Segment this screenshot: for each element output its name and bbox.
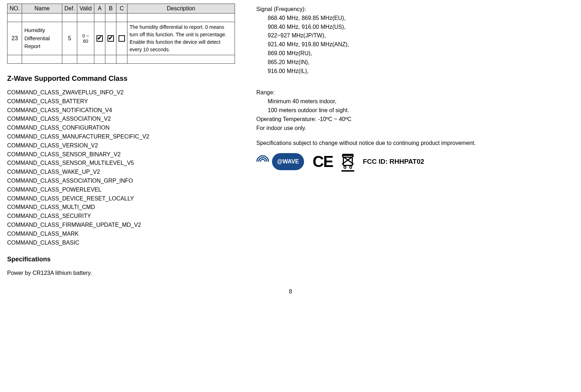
- page-number: 8: [7, 288, 574, 295]
- cell-def: 5: [62, 22, 77, 55]
- header-name: Name: [22, 4, 62, 14]
- signal-line: 865.20 MHz(IN),: [268, 58, 573, 67]
- signal-lines: 868.40 MHz, 869.85 MHz(EU),908.40 MHz, 9…: [256, 14, 573, 76]
- cell-name: Humidity Differential Report: [22, 22, 62, 55]
- command-class-item: COMMAND_CLASS_FIRMWARE_UPDATE_MD_V2: [7, 221, 235, 230]
- signal-line: 868.40 MHz, 869.85 MHz(EU),: [268, 14, 573, 23]
- signal-line: 921.40 MHz, 919.80 MHz(ANZ),: [268, 40, 573, 49]
- command-class-item: COMMAND_CLASS_ZWAVEPLUS_INFO_V2: [7, 88, 235, 97]
- checkbox-c-icon: [119, 35, 125, 42]
- signal-line: 916.00 MHz(IL),: [268, 67, 573, 76]
- header-def: Def.: [62, 4, 77, 14]
- signal-line: 922~927 MHz(JP/TW),: [268, 31, 573, 40]
- cell-valid: 0 ~ 60: [77, 22, 94, 55]
- fcc-id: FCC ID: RHHPAT02: [363, 158, 424, 166]
- specifications-heading: Specifications: [7, 256, 235, 263]
- cell-description: The humidity differential to report. 0 m…: [127, 22, 235, 55]
- command-class-item: COMMAND_CLASS_ASSOCIATION_V2: [7, 115, 235, 124]
- command-class-item: COMMAND_CLASS_DEVICE_RESET_LOCALLY: [7, 194, 235, 203]
- certification-row: @WAVE CE FCC ID: RHHPAT02: [256, 153, 573, 171]
- weee-icon: [341, 153, 354, 170]
- command-class-item: COMMAND_CLASS_BASIC: [7, 239, 235, 247]
- operating-temp: Operating Temperature: -10ºC ~ 40ºC: [256, 115, 573, 124]
- disclaimer: Specifications subject to change without…: [256, 139, 573, 148]
- command-class-item: COMMAND_CLASS_MARK: [7, 230, 235, 239]
- zwave-logo-icon: @WAVE: [256, 153, 304, 170]
- command-class-list: COMMAND_CLASS_ZWAVEPLUS_INFO_V2COMMAND_C…: [7, 88, 235, 247]
- command-class-item: COMMAND_CLASS_SENSOR_MULTILEVEL_V5: [7, 159, 235, 168]
- header-no: NO.: [7, 4, 22, 14]
- command-class-item: COMMAND_CLASS_SECURITY: [7, 212, 235, 221]
- command-class-item: COMMAND_CLASS_CONFIGURATION: [7, 124, 235, 132]
- header-b: B: [105, 4, 116, 14]
- zwave-heading: Z-Wave Supported Command Class: [7, 74, 235, 83]
- checkbox-a-icon: [96, 35, 103, 42]
- table-row-empty: [7, 14, 235, 22]
- checkbox-b-icon: [108, 35, 114, 42]
- power-spec: Power by CR123A lithium battery.: [7, 269, 235, 278]
- command-class-item: COMMAND_CLASS_WAKE_UP_V2: [7, 168, 235, 177]
- range-line: Minimum 40 meters indoor,: [268, 97, 573, 106]
- ce-mark-icon: CE: [313, 153, 333, 171]
- signal-line: 908.40 MHz, 916.00 MHz(US),: [268, 23, 573, 32]
- cell-b: [105, 22, 116, 55]
- signal-line: 869.00 MHz(RU),: [268, 49, 573, 58]
- header-valid: Valid: [77, 4, 94, 14]
- command-class-item: COMMAND_CLASS_MANUFACTURER_SPECIFIC_V2: [7, 132, 235, 141]
- command-class-item: COMMAND_CLASS_BATTERY: [7, 97, 235, 106]
- cell-no: 23: [7, 22, 22, 55]
- range-label: Range:: [256, 88, 573, 97]
- header-a: A: [94, 4, 105, 14]
- parameter-table: NO. Name Def. Valid A B C Description 23…: [7, 4, 235, 64]
- table-row-empty: [7, 55, 235, 64]
- cell-a: [94, 22, 105, 55]
- signal-label: Signal (Frequency):: [256, 5, 573, 14]
- header-description: Description: [127, 4, 235, 14]
- indoor-use: For indoor use only.: [256, 124, 573, 133]
- command-class-item: COMMAND_CLASS_MULTI_CMD: [7, 203, 235, 212]
- cell-c: [116, 22, 127, 55]
- command-class-item: COMMAND_CLASS_VERSION_V2: [7, 141, 235, 150]
- header-c: C: [116, 4, 127, 14]
- command-class-item: COMMAND_CLASS_ASSOCIATION_GRP_INFO: [7, 177, 235, 185]
- range-line: 100 meters outdoor line of sight.: [268, 106, 573, 115]
- range-lines: Minimum 40 meters indoor,100 meters outd…: [256, 97, 573, 115]
- command-class-item: COMMAND_CLASS_SENSOR_BINARY_V2: [7, 150, 235, 159]
- command-class-item: COMMAND_CLASS_NOTIFICATION_V4: [7, 106, 235, 115]
- zwave-bubble: @WAVE: [272, 153, 304, 170]
- table-row: 23 Humidity Differential Report 5 0 ~ 60…: [7, 22, 235, 55]
- command-class-item: COMMAND_CLASS_POWERLEVEL: [7, 185, 235, 194]
